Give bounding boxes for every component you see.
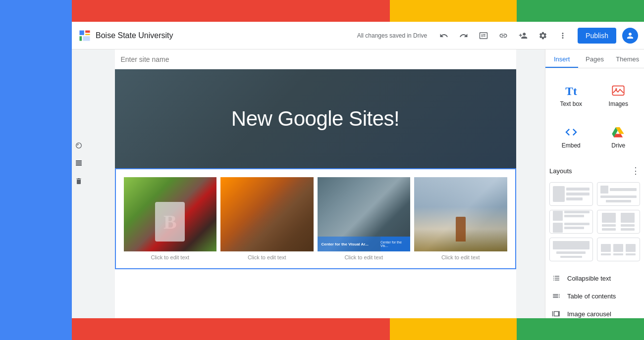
table-of-contents-item[interactable]: Table of contents <box>549 287 640 305</box>
insert-textbox[interactable]: Tt Text box <box>549 76 593 114</box>
editor-scroll[interactable]: New Google Sites! B Click to edit text <box>86 49 545 318</box>
svg-rect-6 <box>76 160 82 162</box>
layout-item-4[interactable] <box>597 210 641 234</box>
share-icon <box>519 31 528 40</box>
textbox-svg: Tt <box>564 84 578 97</box>
sidebar-content: Tt Text box <box>545 68 644 318</box>
user-avatar[interactable] <box>622 28 638 44</box>
undo-button[interactable] <box>435 27 453 45</box>
svg-rect-8 <box>76 164 82 166</box>
insert-images[interactable]: Images <box>597 76 641 114</box>
image-grid-section[interactable]: B Click to edit text Click to edit text <box>115 168 516 269</box>
layout-item-3[interactable] <box>549 210 593 234</box>
link-icon <box>499 31 508 40</box>
strip-red <box>72 0 199 22</box>
toc-svg <box>552 291 561 300</box>
strip-red2 <box>199 0 390 22</box>
cursor-icon <box>75 142 83 149</box>
sidebar: Insert Pages Themes Tt <box>545 49 644 318</box>
layouts-more[interactable]: ⋮ <box>631 165 640 176</box>
tab-insert[interactable]: Insert <box>545 49 578 68</box>
tab-pages[interactable]: Pages <box>578 49 611 68</box>
undo-left-button[interactable] <box>72 139 86 152</box>
images-label: Images <box>609 100 628 107</box>
svg-rect-2 <box>85 34 90 35</box>
share-button[interactable] <box>514 27 532 45</box>
tab-themes[interactable]: Themes <box>611 49 644 68</box>
image-placeholder-2 <box>220 177 314 251</box>
bottom-strip-yellow <box>390 318 517 340</box>
main-window: Boise State University All changes saved… <box>72 22 644 318</box>
layout-item-2[interactable] <box>597 182 641 206</box>
link-button[interactable] <box>494 27 512 45</box>
textbox-icon: Tt <box>563 83 579 98</box>
editor-wrapper: New Google Sites! B Click to edit text <box>72 49 644 318</box>
drive-label: Drive <box>611 142 625 149</box>
image-placeholder-4 <box>414 177 507 251</box>
bottom-color-strip <box>72 318 644 340</box>
embed-svg <box>564 125 578 139</box>
pages-icon <box>75 159 83 167</box>
empty-section <box>115 273 516 318</box>
preview-button[interactable] <box>475 27 492 45</box>
bottom-strip-green <box>517 318 644 340</box>
image-cell-3[interactable]: Center for the Visual Ar... Center for t… <box>318 177 411 260</box>
bottom-strip-red <box>72 318 199 340</box>
image-grid: B Click to edit text Click to edit text <box>124 177 507 260</box>
strip-green <box>517 0 644 22</box>
hero-title: New Google Sites! <box>231 107 399 131</box>
svg-rect-1 <box>85 30 90 33</box>
drive-svg <box>611 125 625 139</box>
site-name-bar <box>115 49 516 69</box>
insert-embed[interactable]: Embed <box>549 118 593 155</box>
image-cell-1[interactable]: B Click to edit text <box>124 177 217 260</box>
pages-left-button[interactable] <box>72 156 86 170</box>
settings-button[interactable] <box>534 27 552 45</box>
layouts-header: Layouts ⋮ <box>549 165 640 176</box>
strip-yellow <box>390 0 517 22</box>
collapsible-text-item[interactable]: Collapsible text <box>549 269 640 287</box>
site-canvas: New Google Sites! B Click to edit text <box>115 49 516 318</box>
image-placeholder-1: B <box>124 177 217 251</box>
save-status: All changes saved in Drive <box>357 32 427 39</box>
carousel-icon <box>551 309 561 318</box>
svg-rect-3 <box>80 36 82 41</box>
images-svg <box>611 84 625 97</box>
image-cell-4[interactable]: Click to edit text <box>414 177 507 260</box>
more-icon <box>558 31 567 40</box>
redo-icon <box>459 31 468 40</box>
svg-rect-7 <box>76 162 82 164</box>
image-placeholder-3: Center for the Visual Ar... Center for t… <box>318 177 411 251</box>
layout-item-5[interactable] <box>549 238 593 261</box>
svg-rect-4 <box>83 36 90 41</box>
collapsible-icon <box>551 273 561 283</box>
img-caption-2: Click to edit text <box>248 254 286 260</box>
avatar-icon <box>626 31 635 40</box>
layout-item-6[interactable] <box>597 238 641 261</box>
layouts-grid <box>549 182 640 261</box>
undo-icon <box>439 31 448 40</box>
svg-text:Tt: Tt <box>565 85 577 97</box>
img-caption-4: Click to edit text <box>441 254 480 260</box>
svg-point-5 <box>76 143 82 148</box>
embed-icon <box>563 124 579 140</box>
bottom-strip-red2 <box>199 318 390 340</box>
hero-section[interactable]: New Google Sites! <box>115 69 516 168</box>
preview-icon <box>479 31 488 40</box>
toolbar: Boise State University All changes saved… <box>72 22 644 49</box>
redo-button[interactable] <box>455 27 473 45</box>
layout-item-1[interactable] <box>549 182 593 206</box>
image-cell-2[interactable]: Click to edit text <box>220 177 314 260</box>
sites-logo <box>78 29 92 43</box>
sidebar-tabs: Insert Pages Themes <box>545 49 644 68</box>
insert-grid: Tt Text box <box>549 76 640 155</box>
insert-drive[interactable]: Drive <box>597 118 641 155</box>
publish-button[interactable]: Publish <box>578 28 616 44</box>
image-carousel-item[interactable]: Image carousel <box>549 305 640 318</box>
site-name-input[interactable] <box>121 55 208 63</box>
more-button[interactable] <box>554 27 572 45</box>
site-title: Boise State University <box>96 31 357 40</box>
images-icon <box>610 83 626 98</box>
delete-left-button[interactable] <box>72 174 86 188</box>
layouts-title: Layouts <box>549 167 572 175</box>
